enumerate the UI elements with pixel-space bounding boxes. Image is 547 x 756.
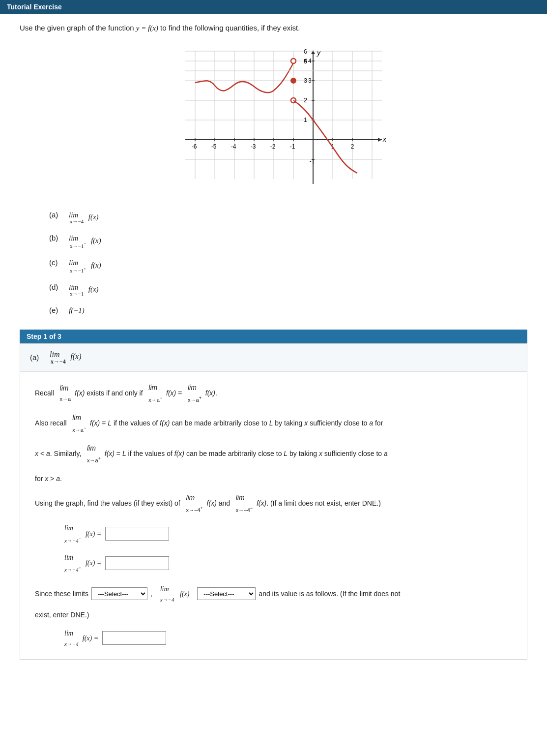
step-bar-text: Step 1 of 3: [27, 333, 61, 340]
page: Tutorial Exercise Use the given graph of…: [0, 0, 547, 756]
svg-text:-3: -3: [250, 143, 256, 150]
svg-marker-19: [311, 50, 315, 54]
svg-text:-5: -5: [211, 143, 216, 150]
svg-point-51: [291, 78, 296, 83]
input-row-2: lim x→−4+ f(x) =: [64, 551, 512, 575]
svg-text:-6: -6: [191, 143, 197, 150]
intro-text: Use the given graph of the function y = …: [20, 24, 527, 32]
main-content: Use the given graph of the function y = …: [0, 14, 547, 674]
part-d-expr: lim x→−1 f(x): [69, 283, 99, 297]
step-expr: lim x→−4 f(x): [50, 350, 82, 365]
comma-text: ,: [150, 588, 152, 600]
graph-area: -6 -5 -4 -3 -2 -1 1 2 -1 1 2 3 4 y: [20, 41, 527, 199]
also-recall-paragraph-2: x < a. Similarly, lim x→a+ f(x) = L if t…: [35, 442, 512, 466]
svg-text:2: 2: [350, 143, 354, 150]
select-exists[interactable]: ---Select--- exists does not exist: [197, 587, 256, 600]
step-bar: Step 1 of 3: [20, 330, 527, 343]
svg-text:-1: -1: [289, 143, 295, 150]
svg-point-50: [291, 59, 296, 63]
part-d-label: (d): [49, 283, 64, 291]
limit-right-input[interactable]: [105, 556, 169, 570]
svg-text:x: x: [382, 135, 387, 143]
and-text: and its value is as follows. (If the lim…: [259, 588, 400, 600]
svg-text:-1: -1: [309, 158, 315, 165]
part-e-expr: f(−1): [69, 306, 85, 315]
part-c-label: (c): [49, 258, 64, 267]
part-d: (d) lim x→−1 f(x): [49, 283, 527, 297]
header-bar: Tutorial Exercise: [0, 0, 547, 14]
svg-text:3: 3: [308, 77, 312, 84]
svg-text:-4: -4: [230, 143, 236, 150]
part-e-label: (e): [49, 306, 64, 314]
part-a: (a) lim x→−4 f(x): [49, 211, 527, 225]
final-input-row: lim x→−4 f(x) =: [64, 627, 512, 649]
step-part-label: (a): [30, 353, 45, 362]
select-equal[interactable]: ---Select--- are equal are not equal: [91, 587, 147, 600]
svg-text:5: 5: [304, 58, 307, 65]
function-graph: -6 -5 -4 -3 -2 -1 1 2 -1 1 2 3 4 y: [156, 41, 392, 199]
recall-paragraph: Recall lim x→a f(x) exists if and only i…: [35, 382, 512, 405]
svg-text:1: 1: [304, 117, 307, 123]
also-recall-paragraph-3: for x > a.: [35, 473, 512, 485]
parts-list: (a) lim x→−4 f(x) (b) lim x→−1−: [49, 211, 527, 315]
svg-text:2: 2: [304, 97, 307, 104]
step-body: Recall lim x→a f(x) exists if and only i…: [20, 372, 527, 659]
part-a-label: (a): [49, 211, 64, 219]
part-b-label: (b): [49, 234, 64, 242]
step-header-box: (a) lim x→−4 f(x): [20, 344, 527, 372]
svg-text:4: 4: [308, 58, 312, 64]
step-content: (a) lim x→−4 f(x) Recall lim x→a: [20, 343, 527, 660]
using-graph-paragraph: Using the graph, find the values (if the…: [35, 492, 512, 515]
input-row-1: lim x→−4− f(x) =: [64, 522, 512, 545]
since-row: Since these limits ---Select--- are equa…: [35, 583, 512, 605]
since-text: Since these limits: [35, 588, 88, 600]
part-b-expr: lim x→−1− f(x): [69, 234, 101, 249]
svg-text:-2: -2: [270, 143, 275, 150]
limit-left-input[interactable]: [105, 527, 169, 541]
limit-final-input[interactable]: [102, 631, 166, 645]
part-e: (e) f(−1): [49, 306, 527, 315]
part-a-expr: lim x→−4 f(x): [69, 211, 99, 225]
svg-text:3: 3: [304, 77, 307, 84]
header-title: Tutorial Exercise: [7, 3, 62, 11]
part-b: (b) lim x→−1− f(x): [49, 234, 527, 249]
part-c: (c) lim x→−1+ f(x): [49, 258, 527, 274]
svg-text:y: y: [317, 49, 321, 57]
svg-marker-18: [378, 138, 382, 142]
svg-text:6: 6: [304, 48, 307, 55]
part-c-expr: lim x→−1+ f(x): [69, 258, 101, 274]
also-recall-paragraph: Also recall lim x→a− f(x) = L if the val…: [35, 412, 512, 435]
exist-dne-text: exist, enter DNE.): [35, 609, 512, 621]
